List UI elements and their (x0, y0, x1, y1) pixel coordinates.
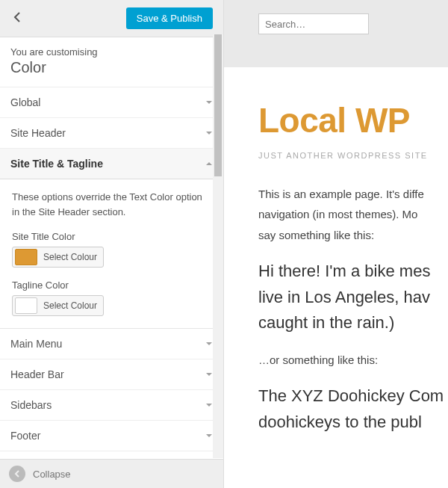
preview-text: This is an example page. It's diffe (258, 185, 448, 203)
section-global[interactable]: Global (0, 87, 223, 118)
color-picker-label: Select Colour (37, 300, 103, 311)
section-description: These options override the Text Color op… (12, 190, 211, 219)
option-label: Site Title Color (12, 231, 211, 242)
sidebar-intro: You are customising Color (0, 37, 223, 87)
chevron-left-icon (13, 12, 21, 25)
preview-header (224, 0, 448, 67)
section-label: Sidebars (10, 399, 52, 411)
preview-text: …or something like this: (258, 351, 448, 368)
search-input[interactable] (265, 19, 362, 30)
section-sidebars[interactable]: Sidebars (0, 390, 223, 421)
color-picker-tagline[interactable]: Select Colour (12, 295, 104, 316)
sidebar-scrollbar[interactable] (213, 34, 223, 458)
section-header-bar[interactable]: Header Bar (0, 359, 223, 390)
app-root: Save & Publish You are customising Color… (0, 0, 448, 488)
customizer-sidebar: Save & Publish You are customising Color… (0, 0, 224, 488)
option-label: Tagline Color (12, 279, 211, 291)
section-main-menu[interactable]: Main Menu (0, 329, 223, 359)
chevron-down-icon (205, 430, 213, 442)
option-site-title-color: Site Title Color Select Colour (12, 231, 211, 268)
preview-text-large: caught in the rain.) (258, 312, 448, 335)
chevron-down-icon (205, 338, 213, 350)
chevron-down-icon (205, 399, 213, 411)
preview-text: say something like this: (258, 226, 448, 244)
chevron-up-icon (205, 158, 213, 170)
scrollbar-thumb[interactable] (214, 34, 222, 176)
color-picker-site-title[interactable]: Select Colour (12, 247, 104, 268)
option-tagline-color: Tagline Color Select Colour (12, 279, 211, 316)
site-title[interactable]: Local WP (258, 100, 448, 140)
save-publish-button[interactable]: Save & Publish (126, 7, 213, 29)
preview-text-large: live in Los Angeles, hav (258, 286, 448, 309)
section-label: Footer (10, 430, 40, 442)
color-swatch-icon (15, 297, 37, 314)
color-swatch-icon (15, 249, 37, 265)
preview-text-large: The XYZ Doohickey Com (258, 385, 448, 408)
section-label: Site Title & Tagline (10, 158, 103, 170)
preview-text: navigation (in most themes). Mo (258, 206, 448, 223)
chevron-down-icon (205, 96, 213, 108)
back-button[interactable] (7, 9, 27, 28)
sidebar-header: Save & Publish (0, 0, 223, 37)
preview-body: Local WP JUST ANOTHER WORDPRESS SITE Thi… (224, 67, 448, 434)
chevron-down-icon (205, 368, 213, 380)
chevron-down-icon (205, 127, 213, 139)
preview-text-large: Hi there! I'm a bike mes (258, 260, 448, 283)
collapse-button[interactable]: Collapse (0, 459, 223, 488)
sidebar-scroll[interactable]: You are customising Color Global Site He… (0, 37, 223, 459)
section-body-title-tagline: These options override the Text Color op… (0, 179, 223, 329)
color-picker-label: Select Colour (37, 252, 103, 262)
preview-pane: Local WP JUST ANOTHER WORDPRESS SITE Thi… (224, 0, 448, 488)
collapse-icon (9, 466, 25, 482)
intro-line1: You are customising (10, 46, 213, 58)
section-label: Main Menu (10, 338, 62, 350)
section-site-title-tagline[interactable]: Site Title & Tagline (0, 149, 223, 179)
preview-text-large: doohickeys to the publ (258, 411, 448, 434)
intro-line2: Color (10, 59, 213, 76)
site-tagline: JUST ANOTHER WORDPRESS SITE (258, 151, 448, 160)
section-label: Global (10, 96, 40, 108)
section-footer[interactable]: Footer (0, 421, 223, 451)
section-label: Site Header (10, 127, 66, 139)
search-input-wrapper[interactable] (258, 13, 369, 34)
section-site-header[interactable]: Site Header (0, 118, 223, 149)
section-label: Header Bar (10, 368, 64, 380)
collapse-label: Collapse (33, 469, 71, 480)
